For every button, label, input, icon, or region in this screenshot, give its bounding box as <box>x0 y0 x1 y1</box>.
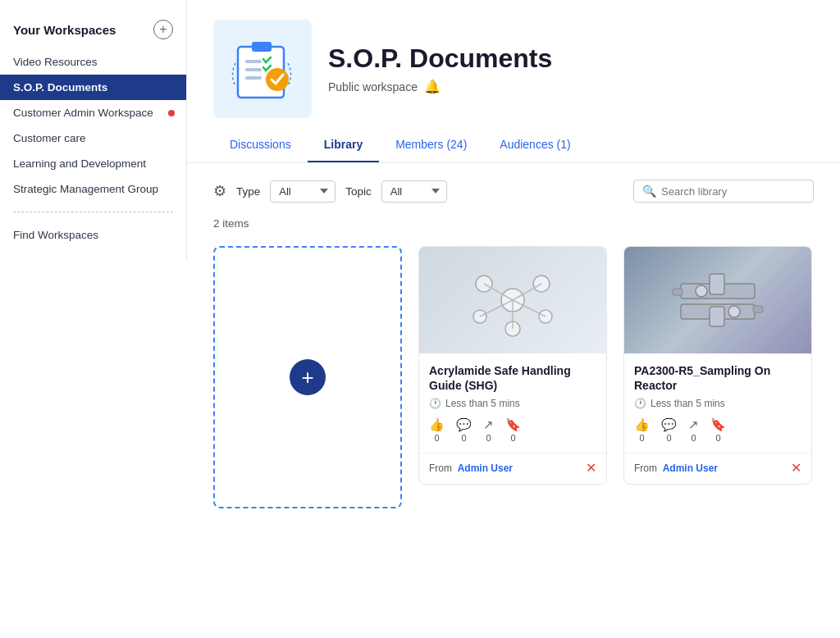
add-workspace-button[interactable]: + <box>153 20 173 39</box>
search-icon: 🔍 <box>642 185 656 198</box>
sidebar-item-learning-dev[interactable]: Learning and Development <box>0 151 186 176</box>
svg-rect-20 <box>710 307 724 326</box>
find-workspaces-link[interactable]: Find Workspaces <box>0 222 186 248</box>
card-body-acrylamide: Acrylamide Safe Handling Guide (SHG) 🕐 L… <box>419 353 606 453</box>
sidebar-divider <box>13 212 173 212</box>
svg-rect-4 <box>245 76 262 80</box>
svg-point-5 <box>266 68 289 91</box>
like-icon: 👍 <box>429 417 445 432</box>
like-action-reactor[interactable]: 👍 0 <box>634 417 650 443</box>
sidebar-item-sop-documents[interactable]: S.O.P. Documents <box>0 75 186 100</box>
bookmark-icon: 🔖 <box>505 417 521 432</box>
filter-icon[interactable]: ⚙ <box>213 182 226 200</box>
like-icon-reactor: 👍 <box>634 417 650 432</box>
items-count: 2 items <box>187 211 840 236</box>
workspace-name: S.O.P. Documents <box>328 43 552 74</box>
bell-icon[interactable]: 🔔 <box>424 79 441 94</box>
sidebar-item-strategic-mgmt[interactable]: Strategic Management Group <box>0 176 186 202</box>
svg-rect-3 <box>245 68 262 71</box>
sidebar-title: Your Workspaces <box>13 23 116 37</box>
bookmark-action[interactable]: 🔖 0 <box>505 417 521 443</box>
card-footer-acrylamide: From Admin User ✕ <box>419 453 606 484</box>
card-image-acrylamide <box>419 247 606 353</box>
tab-discussions[interactable]: Discussions <box>213 128 308 162</box>
clock-icon-2: 🕐 <box>634 398 646 409</box>
topic-select[interactable]: All <box>381 180 447 203</box>
workspace-info: S.O.P. Documents Public workspace 🔔 <box>328 43 552 94</box>
svg-rect-1 <box>252 42 272 52</box>
workspace-header: S.O.P. Documents Public workspace 🔔 <box>187 0 840 118</box>
main-content: S.O.P. Documents Public workspace 🔔 Disc… <box>187 0 840 638</box>
card-body-reactor: PA2300-R5_Sampling On Reactor 🕐 Less tha… <box>624 353 811 453</box>
library-grid: + Acrylamide Saf <box>187 236 840 535</box>
card-actions-reactor: 👍 0 💬 0 ↗ 0 🔖 0 <box>634 417 801 443</box>
svg-point-22 <box>728 306 740 317</box>
share-action-reactor[interactable]: ↗ 0 <box>688 417 699 443</box>
molecule-svg <box>459 259 566 341</box>
card-title-acrylamide: Acrylamide Safe Handling Guide (SHG) <box>429 363 596 393</box>
svg-point-21 <box>696 285 707 297</box>
comment-icon-reactor: 💬 <box>661 417 677 432</box>
filter-bar: ⚙ Type All Topic All 🔍 <box>187 163 840 211</box>
svg-rect-24 <box>753 306 763 312</box>
tabs-bar: Discussions Library Members (24) Audienc… <box>187 128 840 163</box>
share-action[interactable]: ↗ 0 <box>483 417 494 443</box>
sidebar: Your Workspaces + Video Resources S.O.P.… <box>0 0 187 638</box>
tab-library[interactable]: Library <box>308 128 379 162</box>
type-select[interactable]: All <box>270 180 336 203</box>
notification-dot <box>168 110 175 116</box>
sidebar-item-customer-care[interactable]: Customer care <box>0 125 186 151</box>
card-acrylamide: Acrylamide Safe Handling Guide (SHG) 🕐 L… <box>418 246 607 485</box>
share-icon-reactor: ↗ <box>688 417 699 432</box>
add-content-card[interactable]: + <box>213 246 402 508</box>
remove-card-acrylamide[interactable]: ✕ <box>586 460 596 476</box>
search-box: 🔍 <box>633 180 814 203</box>
share-icon: ↗ <box>483 417 494 432</box>
card-image-reactor <box>624 247 811 353</box>
sop-icon-svg <box>226 32 299 106</box>
card-time-reactor: 🕐 Less than 5 mins <box>634 398 801 409</box>
card-time-acrylamide: 🕐 Less than 5 mins <box>429 398 596 409</box>
workspace-icon <box>213 20 312 118</box>
comment-icon: 💬 <box>456 417 472 432</box>
bookmark-action-reactor[interactable]: 🔖 0 <box>710 417 726 443</box>
comment-action[interactable]: 💬 0 <box>456 417 472 443</box>
svg-rect-2 <box>245 60 262 63</box>
comment-action-reactor[interactable]: 💬 0 <box>661 417 677 443</box>
add-content-button[interactable]: + <box>290 359 326 395</box>
reactor-svg <box>664 259 771 341</box>
card-actions-acrylamide: 👍 0 💬 0 ↗ 0 🔖 0 <box>429 417 596 443</box>
svg-rect-19 <box>710 274 724 294</box>
card-from-label-reactor: From Admin User <box>634 463 718 474</box>
topic-label: Topic <box>345 185 372 198</box>
search-input[interactable] <box>661 185 805 198</box>
like-action[interactable]: 👍 0 <box>429 417 445 443</box>
remove-card-reactor[interactable]: ✕ <box>791 460 801 476</box>
card-footer-reactor: From Admin User ✕ <box>624 453 811 484</box>
workspace-meta: Public workspace 🔔 <box>328 79 552 94</box>
card-title-reactor: PA2300-R5_Sampling On Reactor <box>634 363 801 393</box>
tab-members[interactable]: Members (24) <box>379 128 483 162</box>
sidebar-item-customer-admin[interactable]: Customer Admin Workspace <box>0 100 186 125</box>
tab-audiences[interactable]: Audiences (1) <box>483 128 587 162</box>
card-reactor: PA2300-R5_Sampling On Reactor 🕐 Less tha… <box>623 246 812 485</box>
sidebar-item-video-resources[interactable]: Video Resources <box>0 49 186 75</box>
clock-icon: 🕐 <box>429 398 441 409</box>
type-label: Type <box>236 185 260 198</box>
bookmark-icon-reactor: 🔖 <box>710 417 726 432</box>
workspace-type: Public workspace <box>328 80 418 93</box>
card-from-label: From Admin User <box>429 463 513 474</box>
svg-rect-23 <box>673 289 682 295</box>
